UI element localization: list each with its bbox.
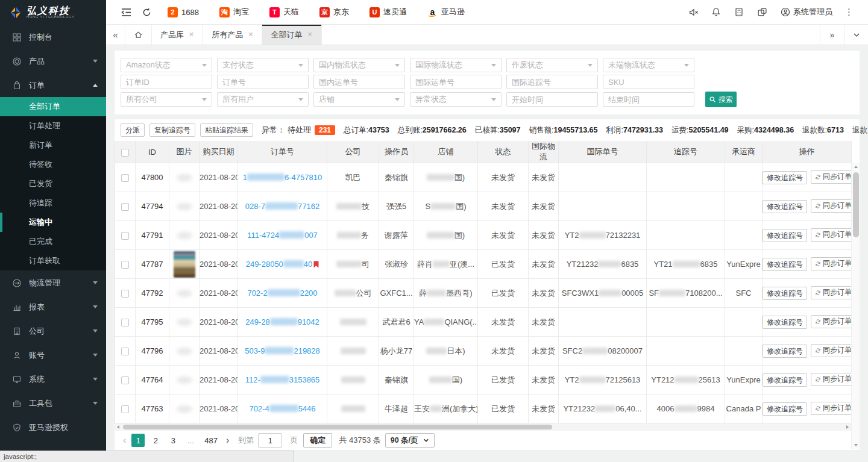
- submenu-item-全部订单[interactable]: 全部订单: [0, 97, 106, 116]
- row-checkbox[interactable]: [121, 376, 129, 384]
- row-checkbox[interactable]: [121, 174, 129, 182]
- vertical-scroll-thumb[interactable]: [853, 172, 859, 237]
- page-2[interactable]: 2: [149, 434, 162, 447]
- submenu-item-订单处理[interactable]: 订单处理: [0, 116, 106, 136]
- order-number-link[interactable]: 503-9219828: [245, 346, 320, 355]
- scroll-left-arrow[interactable]: [117, 425, 119, 429]
- filter-input-订单ID[interactable]: [121, 75, 212, 89]
- row-checkbox[interactable]: [121, 319, 129, 326]
- filter-select-Amazon状态[interactable]: Amazon状态: [121, 58, 212, 72]
- tab-产品库[interactable]: 产品库✕: [152, 25, 203, 45]
- order-number-link[interactable]: 111-4724007: [247, 231, 318, 240]
- sidebar-item-报表[interactable]: 报表: [0, 295, 106, 319]
- scroll-down-arrow[interactable]: [854, 444, 858, 446]
- search-button[interactable]: 搜索: [705, 92, 737, 107]
- row-checkbox[interactable]: [121, 203, 129, 211]
- sidebar-item-物流管理[interactable]: 物流管理: [0, 270, 106, 295]
- sidebar-item-公司[interactable]: 公司: [0, 319, 106, 343]
- sync-order-button[interactable]: 同步订单: [811, 315, 852, 328]
- submenu-item-已完成[interactable]: 已完成: [0, 232, 106, 251]
- order-number-link[interactable]: 249-2805040: [246, 260, 313, 269]
- filter-select-末端物流状态[interactable]: 末端物流状态: [603, 58, 694, 72]
- select-all-checkbox[interactable]: [121, 149, 129, 157]
- filter-select-支付状态[interactable]: 支付状态: [217, 58, 309, 72]
- tab-全部订单[interactable]: 全部订单✕: [262, 25, 321, 45]
- filter-input-开始时间[interactable]: [506, 92, 598, 107]
- per-page-select[interactable]: 90 条/页: [385, 433, 435, 448]
- pending-count-badge[interactable]: 231: [315, 125, 335, 135]
- marketplace-亚马逊[interactable]: a亚马逊: [427, 7, 465, 17]
- sync-order-button[interactable]: 同步订单: [811, 373, 852, 386]
- order-number-link[interactable]: 249-2891042: [245, 317, 319, 326]
- sidebar-item-账号[interactable]: 账号: [0, 343, 106, 367]
- toolbar-button-复制追踪号[interactable]: 复制追踪号: [149, 123, 195, 137]
- submenu-item-待追踪[interactable]: 待追踪: [0, 193, 106, 213]
- marketplace-天猫[interactable]: T天猫: [269, 7, 299, 17]
- sidebar-item-订单[interactable]: 订单: [0, 73, 106, 97]
- edit-tracking-button[interactable]: 修改追踪号: [763, 200, 807, 213]
- filter-select-异常状态[interactable]: 异常状态: [410, 92, 502, 107]
- filter-input-国际追踪号[interactable]: [506, 75, 598, 89]
- sidebar-item-工具包[interactable]: 工具包: [0, 391, 106, 415]
- row-checkbox[interactable]: [121, 232, 129, 240]
- row-checkbox[interactable]: [121, 261, 129, 269]
- edit-tracking-button[interactable]: 修改追踪号: [763, 229, 807, 242]
- scroll-right-arrow[interactable]: [846, 425, 849, 429]
- refresh-icon[interactable]: [136, 0, 157, 25]
- more-options-icon[interactable]: ⋮: [841, 7, 857, 17]
- sync-order-button[interactable]: 同步订单: [811, 228, 852, 242]
- sync-order-button[interactable]: 同步订单: [811, 170, 852, 184]
- page-1[interactable]: 1: [131, 434, 145, 447]
- sidebar-item-产品[interactable]: 产品: [0, 49, 106, 73]
- prev-page-icon[interactable]: ‹: [122, 435, 127, 446]
- edit-tracking-button[interactable]: 修改追踪号: [763, 258, 807, 271]
- user-menu[interactable]: 系统管理员: [775, 7, 838, 17]
- order-number-link[interactable]: 028-777162: [245, 202, 319, 211]
- order-number-link[interactable]: 112-3153865: [245, 375, 320, 384]
- sync-order-button[interactable]: 同步订单: [811, 402, 852, 415]
- filter-input-国内运单号[interactable]: [313, 75, 405, 89]
- marketplace-1688[interactable]: 21688: [168, 7, 199, 17]
- edit-tracking-button[interactable]: 修改追踪号: [763, 287, 807, 300]
- sidebar-item-控制台[interactable]: 控制台: [0, 25, 106, 49]
- filter-input-SKU[interactable]: [603, 75, 694, 89]
- edit-tracking-button[interactable]: 修改追踪号: [763, 402, 807, 416]
- tabs-menu-icon[interactable]: [844, 25, 868, 45]
- order-number-link[interactable]: 702-22200: [247, 289, 317, 298]
- goto-page-input[interactable]: [258, 433, 282, 448]
- order-number-link[interactable]: 702-45446: [249, 404, 315, 413]
- horizontal-scrollbar[interactable]: [115, 423, 851, 431]
- page-487[interactable]: 487: [201, 434, 221, 447]
- edit-tracking-button[interactable]: 修改追踪号: [763, 171, 807, 184]
- submenu-item-订单获取[interactable]: 订单获取: [0, 251, 106, 270]
- tabs-scroll-right-icon[interactable]: »: [820, 25, 844, 45]
- home-tab[interactable]: [125, 25, 152, 45]
- sidebar-item-亚马逊授权[interactable]: 亚马逊授权: [0, 415, 106, 439]
- order-number-link[interactable]: 16-4757810: [243, 173, 322, 182]
- vertical-scrollbar[interactable]: [851, 163, 860, 449]
- tabs-scroll-left-icon[interactable]: «: [106, 25, 125, 45]
- filter-select-所有用户[interactable]: 所有用户: [217, 92, 309, 107]
- sync-order-button[interactable]: 同步订单: [811, 344, 852, 357]
- filter-select-店铺[interactable]: 店铺: [313, 92, 405, 107]
- toolbar-button-分派[interactable]: 分派: [121, 123, 145, 137]
- submenu-item-待签收[interactable]: 待签收: [0, 155, 106, 174]
- horizontal-scroll-thumb[interactable]: [123, 425, 552, 429]
- edit-tracking-button[interactable]: 修改追踪号: [763, 316, 807, 329]
- sidebar-item-系统[interactable]: 系统: [0, 367, 106, 391]
- marketplace-速卖通[interactable]: U速卖通: [370, 7, 407, 17]
- toolbar-button-粘贴追踪结果[interactable]: 粘贴追踪结果: [200, 123, 253, 137]
- submenu-item-新订单[interactable]: 新订单: [0, 136, 106, 155]
- edit-tracking-button[interactable]: 修改追踪号: [763, 373, 807, 387]
- collapse-sidebar-icon[interactable]: [116, 0, 136, 25]
- scroll-up-arrow[interactable]: [854, 166, 858, 168]
- next-page-icon[interactable]: ›: [225, 435, 230, 446]
- filter-input-结束时间[interactable]: [603, 92, 694, 107]
- filter-select-所有公司[interactable]: 所有公司: [121, 92, 212, 107]
- marketplace-淘宝[interactable]: 淘淘宝: [219, 7, 249, 17]
- filter-select-国内物流状态[interactable]: 国内物流状态: [313, 58, 405, 72]
- service-apps-icon[interactable]: [752, 0, 772, 25]
- row-checkbox[interactable]: [121, 290, 129, 298]
- edit-tracking-button[interactable]: 修改追踪号: [763, 345, 807, 358]
- confirm-page-button[interactable]: 确定: [303, 433, 332, 448]
